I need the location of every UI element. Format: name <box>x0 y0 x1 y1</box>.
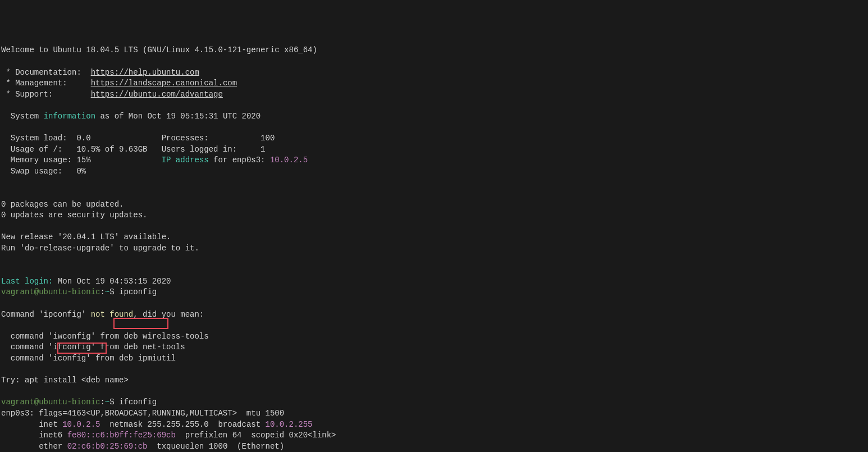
err-suffix: , did you mean: <box>133 310 204 319</box>
if1-inet6: fe80::c6:b0ff:fe25:69cb <box>67 431 176 440</box>
err-notfound: not found <box>91 310 134 319</box>
cmd-ipconfig: ipconfig <box>119 287 157 296</box>
if1-bcast: 10.0.2.255 <box>266 420 313 429</box>
if1-ether: 02:c6:b0:25:69:cb <box>67 442 148 451</box>
ip-value: 10.0.2.5 <box>270 156 308 165</box>
if1-ether-prefix: ether <box>1 442 67 451</box>
suggest-2: command 'ifconfig' from deb net-tools <box>1 343 185 351</box>
err-prefix: Command 'ipconfig' <box>1 310 91 319</box>
usage-line: Usage of /: 10.5% of 9.63GB Users logged… <box>1 145 265 154</box>
ip-for: for enp0s3: <box>209 156 270 165</box>
prompt-dollar-2: $ <box>109 398 119 407</box>
if1-inet: 10.0.2.5 <box>62 420 100 429</box>
support-label: * Support: <box>1 90 91 99</box>
mgmt-label: * Management: <box>1 79 91 88</box>
lastlogin-label: Last login: <box>1 277 53 286</box>
doc-label: * Documentation: <box>1 68 91 77</box>
release-line-2: Run 'do-release-upgrade' to upgrade to i… <box>1 244 199 253</box>
memory-prefix: Memory usage: 15% <box>1 156 162 165</box>
sysinfo-highlight: information <box>44 112 95 121</box>
if1-netmask: netmask 255.255.255.0 broadcast <box>100 420 265 429</box>
cmd-ifconfig: ifconfig <box>119 398 157 407</box>
prompt-dollar: $ <box>109 287 119 296</box>
sysinfo-prefix: System <box>1 112 44 121</box>
if1-inet-prefix: inet <box>1 420 62 429</box>
terminal-output[interactable]: Welcome to Ubuntu 18.04.5 LTS (GNU/Linux… <box>1 45 867 452</box>
highlight-box-ifconfig <box>113 318 168 329</box>
if1-ether-rest: txqueuelen 1000 (Ethernet) <box>147 442 284 451</box>
release-line-1: New release '20.04.1 LTS' available. <box>1 232 171 241</box>
mgmt-link[interactable]: https://landscape.canonical.com <box>91 79 237 88</box>
prompt-user: vagrant@ubuntu-bionic <box>1 287 100 296</box>
sysload-line: System load: 0.0 Processes: 100 <box>1 134 275 143</box>
doc-link[interactable]: https://help.ubuntu.com <box>91 68 199 77</box>
support-link[interactable]: https://ubuntu.com/advantage <box>91 90 223 99</box>
prompt-path-2: ~ <box>105 398 109 407</box>
if1-flags: enp0s3: flags=4163<UP,BROADCAST,RUNNING,… <box>1 409 284 418</box>
prompt-colon: : <box>100 287 104 296</box>
ip-label: IP address <box>162 156 209 165</box>
prompt-colon-2: : <box>100 398 104 407</box>
swap-line: Swap usage: 0% <box>1 167 86 176</box>
updates-line: 0 updates are security updates. <box>1 211 147 220</box>
packages-line: 0 packages can be updated. <box>1 200 124 209</box>
lastlogin-value: Mon Oct 19 04:53:15 2020 <box>53 277 171 286</box>
try-prefix: Try: apt install <box>1 376 81 385</box>
try-deb: <deb name> <box>81 376 129 385</box>
suggest-1: command 'iwconfig' from deb wireless-too… <box>1 332 209 341</box>
prompt-path: ~ <box>105 287 109 296</box>
prompt-user-2: vagrant@ubuntu-bionic <box>1 398 100 407</box>
suggest-3: command 'iconfig' from deb ipmiutil <box>1 354 176 363</box>
welcome-line: Welcome to Ubuntu 18.04.5 LTS (GNU/Linux… <box>1 45 317 54</box>
sysinfo-suffix: as of Mon Oct 19 05:15:31 UTC 2020 <box>95 112 261 121</box>
if1-inet6-prefix: inet6 <box>1 431 67 440</box>
if1-inet6-rest: prefixlen 64 scopeid 0x20<link> <box>176 431 336 440</box>
